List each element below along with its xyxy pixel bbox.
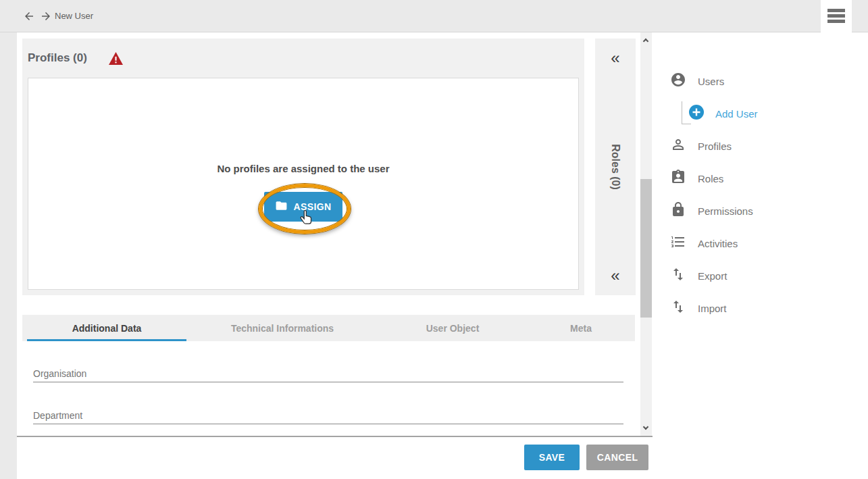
department-input[interactable] (33, 410, 623, 421)
organisation-field[interactable] (33, 357, 623, 382)
sidebar-item-profiles[interactable]: Profiles (670, 135, 732, 157)
top-bar: New User (0, 0, 868, 32)
cancel-button[interactable]: CANCEL (586, 445, 648, 470)
tab-bar: Additional Data Technical Informations U… (22, 315, 635, 341)
save-button[interactable]: SAVE (524, 445, 580, 470)
profiles-panel: Profiles (0) No profiles are assigned to… (22, 39, 584, 295)
sidebar-menu: Users Add User Profiles Roles Perm (653, 32, 868, 479)
tab-meta[interactable]: Meta (527, 315, 635, 341)
app-window: New User Profiles (0) No profiles are as… (0, 0, 868, 479)
assign-button-label: ASSIGN (293, 201, 331, 212)
profiles-empty-area: No profiles are assigned to the user ASS… (28, 78, 579, 290)
back-icon[interactable] (23, 10, 35, 22)
person-outline-icon (670, 136, 686, 155)
sidebar-item-add-user[interactable]: Add User (689, 103, 758, 124)
sidebar-item-export[interactable]: Export (670, 265, 727, 286)
additional-data-form (22, 341, 635, 436)
sidebar-item-label: Activities (698, 238, 738, 249)
import-export-icon (670, 299, 686, 318)
warning-icon (108, 51, 124, 66)
hamburger-icon (827, 9, 845, 12)
add-circle-icon (689, 105, 704, 122)
scroll-up-icon[interactable] (643, 38, 649, 44)
import-export-icon (670, 266, 686, 285)
sidebar-item-label: Import (698, 303, 727, 314)
tab-user-object[interactable]: User Object (378, 315, 527, 341)
account-circle-icon (670, 72, 686, 91)
assign-button[interactable]: ASSIGN (264, 192, 342, 222)
sidebar-item-label: Add User (715, 108, 758, 120)
scroll-down-icon[interactable] (643, 425, 649, 431)
forward-icon[interactable] (40, 10, 52, 22)
badge-icon (670, 169, 686, 188)
numbered-list-icon (670, 234, 686, 253)
left-gutter (0, 32, 17, 479)
sidebar-item-label: Permissions (698, 205, 753, 217)
scrollbar-thumb[interactable] (640, 179, 652, 318)
sidebar-item-label: Profiles (698, 141, 732, 152)
organisation-input[interactable] (33, 368, 623, 379)
vertical-scrollbar[interactable] (640, 32, 652, 436)
roles-panel-title: Roles (0) (609, 144, 621, 190)
tab-technical-informations[interactable]: Technical Informations (186, 315, 378, 341)
sidebar-item-label: Export (698, 270, 727, 282)
sidebar-item-users[interactable]: Users (670, 70, 724, 92)
content-divider (17, 436, 653, 437)
sidebar-item-label: Users (698, 76, 724, 87)
collapse-chevrons-icon[interactable]: « (595, 268, 636, 284)
sidebar-item-label: Roles (698, 173, 723, 184)
profiles-panel-title: Profiles (0) (28, 39, 87, 78)
page-title: New User (55, 0, 93, 32)
department-field[interactable] (33, 399, 623, 424)
lock-icon (670, 201, 686, 220)
hamburger-menu-button[interactable] (821, 0, 852, 32)
sidebar-item-permissions[interactable]: Permissions (670, 200, 753, 222)
roles-panel-collapsed: « Roles (0) « (595, 39, 636, 295)
sidebar-item-import[interactable]: Import (670, 297, 727, 319)
sidebar-item-activities[interactable]: Activities (670, 232, 738, 254)
tab-additional-data[interactable]: Additional Data (27, 315, 186, 341)
empty-state-message: No profiles are assigned to the user (28, 163, 578, 174)
sidebar-item-roles[interactable]: Roles (670, 168, 723, 189)
folder-icon (275, 199, 288, 214)
collapse-chevrons-icon[interactable]: « (595, 50, 636, 66)
